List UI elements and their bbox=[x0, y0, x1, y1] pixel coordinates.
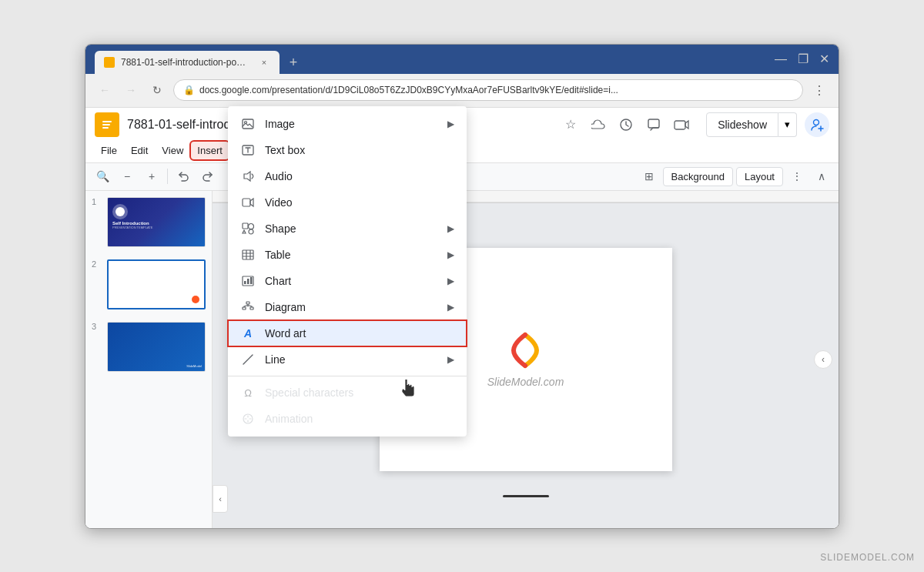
chrome-menu-button[interactable]: ⋮ bbox=[809, 80, 829, 100]
minimize-button[interactable]: — bbox=[775, 53, 787, 65]
svg-rect-22 bbox=[250, 277, 253, 284]
slidemodel-logo-icon bbox=[506, 331, 544, 370]
cloud-button[interactable] bbox=[588, 114, 609, 135]
menu-item-edit[interactable]: Edit bbox=[125, 142, 154, 159]
menu-insert-audio[interactable]: Audio bbox=[228, 163, 467, 189]
table-arrow-icon: ▶ bbox=[447, 249, 454, 260]
slide-panel: 1 Self Introduction PRESENTATION TEMPLAT… bbox=[85, 191, 213, 528]
panel-collapse-button[interactable]: ‹ bbox=[213, 485, 228, 513]
maximize-button[interactable]: ❐ bbox=[798, 53, 808, 65]
audio-icon bbox=[240, 169, 256, 184]
tab-close-button[interactable]: × bbox=[258, 56, 270, 69]
menu-insert-table[interactable]: Table ▶ bbox=[228, 242, 467, 268]
collapse-toolbar-button[interactable]: ∧ bbox=[811, 166, 832, 187]
url-text: docs.google.com/presentation/d/1D9CiL08o… bbox=[199, 85, 793, 95]
chart-icon bbox=[240, 273, 256, 289]
fit-button[interactable]: ⊞ bbox=[638, 166, 660, 187]
diagram-arrow-icon: ▶ bbox=[447, 302, 454, 313]
insert-shape-label: Shape bbox=[265, 222, 447, 235]
zoom-in-button[interactable]: + bbox=[141, 166, 162, 187]
add-user-button[interactable] bbox=[805, 112, 829, 137]
svg-marker-12 bbox=[244, 172, 250, 181]
layout-button[interactable]: Layout bbox=[736, 167, 783, 186]
menu-insert-video[interactable]: Video bbox=[228, 189, 467, 216]
slide-item-1[interactable]: 1 Self Introduction PRESENTATION TEMPLAT… bbox=[85, 191, 212, 253]
special-chars-icon: Ω bbox=[240, 385, 256, 400]
back-button[interactable]: ← bbox=[95, 80, 115, 100]
svg-rect-20 bbox=[244, 281, 246, 284]
svg-rect-3 bbox=[102, 127, 109, 129]
menu-item-insert[interactable]: Insert bbox=[191, 142, 229, 159]
menu-insert-chart[interactable]: Chart ▶ bbox=[228, 268, 467, 294]
insert-textbox-label: Text box bbox=[265, 144, 454, 156]
insert-image-label: Image bbox=[265, 118, 447, 130]
zoom-out-button[interactable]: − bbox=[116, 166, 138, 187]
menu-insert-diagram[interactable]: Diagram ▶ bbox=[228, 294, 467, 320]
menu-insert-special-chars[interactable]: Ω Special characters bbox=[228, 380, 467, 406]
slide-thumbnail-2[interactable] bbox=[107, 259, 206, 309]
url-bar[interactable]: 🔒 docs.google.com/presentation/d/1D9CiL0… bbox=[173, 79, 803, 101]
slide-thumbnail-3[interactable]: SlideModel bbox=[107, 322, 206, 372]
zoom-button[interactable]: 🔍 bbox=[92, 166, 113, 187]
star-button[interactable]: ☆ bbox=[560, 114, 581, 135]
diagram-icon bbox=[240, 299, 256, 315]
menu-insert-image[interactable]: Image ▶ bbox=[228, 111, 467, 137]
history-button[interactable] bbox=[615, 114, 637, 135]
shape-arrow-icon: ▶ bbox=[447, 223, 454, 234]
tab-area: 7881-01-self-introduction-powe... × + bbox=[95, 45, 762, 74]
slide-item-2[interactable]: 2 bbox=[85, 253, 212, 316]
insert-audio-label: Audio bbox=[265, 170, 454, 182]
refresh-button[interactable]: ↻ bbox=[147, 80, 167, 100]
redo-button[interactable] bbox=[197, 166, 219, 187]
animation-icon bbox=[240, 411, 256, 426]
video-icon bbox=[240, 195, 256, 210]
menu-insert-word-art[interactable]: A Word art bbox=[228, 320, 467, 346]
active-tab[interactable]: 7881-01-self-introduction-powe... × bbox=[95, 51, 280, 74]
table-icon bbox=[240, 247, 256, 263]
svg-rect-14 bbox=[243, 223, 248, 229]
menu-insert-line[interactable]: Line ▶ bbox=[228, 346, 467, 373]
svg-rect-21 bbox=[247, 279, 249, 284]
background-button[interactable]: Background bbox=[663, 167, 733, 186]
menu-item-file[interactable]: File bbox=[95, 142, 123, 159]
line-arrow-icon: ▶ bbox=[447, 354, 454, 365]
svg-rect-18 bbox=[243, 250, 253, 259]
insert-chart-label: Chart bbox=[265, 275, 447, 287]
header-icons: ☆ bbox=[560, 114, 692, 135]
toolbar-right: ⊞ Background Layout ⋮ ∧ bbox=[638, 166, 832, 187]
forward-button[interactable]: → bbox=[121, 80, 141, 100]
new-tab-button[interactable]: + bbox=[283, 52, 304, 74]
insert-animation-label: Animation bbox=[265, 413, 454, 425]
comments-button[interactable] bbox=[643, 114, 665, 135]
slide-thumbnail-1[interactable]: Self Introduction PRESENTATION TEMPLATE bbox=[107, 197, 206, 247]
line-icon bbox=[240, 352, 256, 367]
undo-button[interactable] bbox=[172, 166, 194, 187]
image-arrow-icon: ▶ bbox=[447, 119, 454, 129]
menu-insert-animation[interactable]: Animation bbox=[228, 406, 467, 432]
slide-number-1: 1 bbox=[92, 197, 102, 206]
slide-number-3: 3 bbox=[92, 322, 102, 331]
slide-number-2: 2 bbox=[92, 259, 102, 269]
slideshow-dropdown-button[interactable]: ▾ bbox=[778, 112, 797, 137]
menu-insert-shape[interactable]: Shape ▶ bbox=[228, 216, 467, 242]
svg-point-15 bbox=[249, 224, 254, 229]
window-controls: — ❐ ✕ bbox=[775, 53, 829, 65]
slide-item-3[interactable]: 3 SlideModel bbox=[85, 316, 212, 378]
svg-rect-13 bbox=[243, 199, 250, 206]
close-button[interactable]: ✕ bbox=[819, 53, 829, 65]
chart-arrow-icon: ▶ bbox=[447, 276, 454, 286]
menu-divider bbox=[228, 376, 467, 376]
right-collapse-button[interactable]: ‹ bbox=[814, 350, 832, 369]
menu-item-view[interactable]: View bbox=[156, 142, 189, 159]
security-lock-icon: 🔒 bbox=[183, 85, 195, 95]
menu-insert-textbox[interactable]: Text box bbox=[228, 137, 467, 163]
toolbar-separator bbox=[167, 169, 168, 184]
slideshow-button[interactable]: Slideshow bbox=[706, 112, 778, 137]
camera-button[interactable] bbox=[671, 114, 692, 135]
insert-diagram-label: Diagram bbox=[265, 301, 447, 313]
more-options-button[interactable]: ⋮ bbox=[786, 166, 808, 187]
watermark: SLIDEMODEL.COM bbox=[820, 552, 915, 563]
svg-rect-1 bbox=[102, 121, 112, 122]
document-icon bbox=[95, 112, 119, 137]
svg-rect-6 bbox=[675, 121, 685, 129]
